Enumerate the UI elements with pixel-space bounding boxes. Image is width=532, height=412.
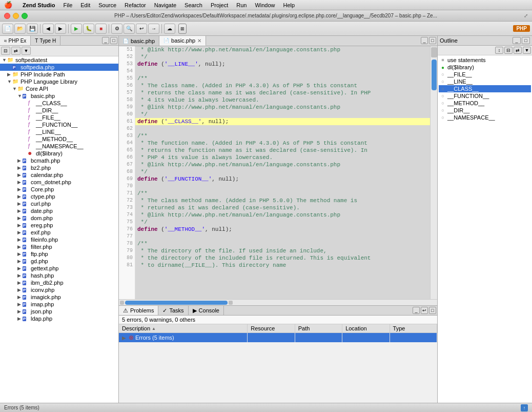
code-line[interactable]: * the directory of the included file is … (135, 254, 430, 262)
outline-dir[interactable]: ○ __DIR__ (439, 107, 531, 114)
minimize-button[interactable] (13, 13, 19, 19)
bottom-minimize[interactable]: _ (413, 307, 420, 314)
code-line[interactable]: * @link http://www.php.net/manual/en/lan… (135, 104, 430, 111)
tree-item-dom[interactable]: ▶ P dom.php (0, 214, 118, 222)
toolbar-back[interactable]: ◀ (43, 24, 54, 34)
menu-project[interactable]: Project (211, 2, 228, 8)
outline-minimize[interactable]: _ (513, 37, 521, 44)
code-line[interactable]: * @link http://www.php.net/manual/en/lan… (135, 211, 430, 219)
close-button[interactable] (4, 13, 10, 19)
tree-item-line[interactable]: ƒ __LINE__ (0, 128, 118, 135)
code-editor[interactable]: 5152535455565758596061626364656667686970… (119, 46, 437, 299)
tasks-tab[interactable]: ✓ Tasks (158, 306, 188, 315)
tree-item-calendar[interactable]: ▶ P calendar.php (0, 171, 118, 179)
code-line[interactable]: /** (135, 75, 430, 82)
code-line[interactable]: /** (135, 132, 430, 140)
col-description[interactable]: Description ▲ (119, 324, 248, 332)
code-line[interactable]: * The class name. (Added in PHP 4.3.0) A… (135, 82, 430, 89)
code-line[interactable]: define ('__METHOD__', null); (135, 226, 430, 233)
tree-item-imagick[interactable]: ▶ P imagick.php (0, 293, 118, 301)
toolbar-forward[interactable]: ▶ (55, 24, 66, 34)
code-line[interactable] (135, 233, 430, 240)
php-explorer-tab[interactable]: ≈ PHP Ex (0, 36, 31, 45)
toolbar-misc3[interactable]: ↩ (136, 24, 147, 34)
menu-navigate[interactable]: Navigate (154, 2, 176, 8)
tree-menu[interactable]: ▼ (22, 47, 31, 55)
code-line[interactable]: * @link http://www.php.net/manual/en/lan… (135, 161, 430, 168)
code-line[interactable] (135, 125, 430, 132)
tree-item-basic-php[interactable]: ▼ P basic.php (0, 92, 118, 100)
problems-tab[interactable]: ⚠ Problems (119, 306, 158, 315)
console-tab[interactable]: ▶ Console (189, 306, 224, 315)
tree-item-php-include[interactable]: ▶ 📁 PHP Include Path (0, 71, 118, 78)
col-type[interactable]: Type (390, 324, 437, 332)
tab-close-icon[interactable]: ✕ (197, 38, 201, 44)
tree-item-dir[interactable]: ƒ __DIR__ (0, 107, 118, 114)
code-line[interactable]: * 4 its value is always lowercased. (135, 96, 430, 104)
tree-item-softpediatest[interactable]: ▼ 📁 softpediatest (0, 56, 118, 64)
outline-class[interactable]: ○ __CLASS__ (439, 85, 531, 92)
maximize-button[interactable] (22, 13, 28, 19)
outline-sort[interactable]: ↕ (495, 47, 503, 54)
php-perspective-badge[interactable]: PHP (513, 25, 530, 32)
editor-maximize[interactable]: □ (429, 37, 436, 44)
outline-dl[interactable]: ● dl($library) (439, 64, 531, 71)
expand-icon[interactable]: ⤢ (524, 13, 528, 18)
col-path[interactable]: Path (295, 324, 342, 332)
toolbar-new[interactable]: 📄 (2, 24, 13, 34)
toolbar-stop[interactable]: ■ (95, 24, 107, 34)
code-line[interactable]: define ('__FUNCTION__', null); (135, 175, 430, 183)
bottom-maximize[interactable]: □ (429, 307, 436, 314)
toolbar-misc1[interactable]: ⚙ (111, 24, 122, 34)
tree-item-php-lang-lib[interactable]: ▼ 📁 PHP Language Library (0, 78, 118, 85)
tree-item-function[interactable]: ƒ __FUNCTION__ (0, 121, 118, 128)
tree-item-gettext[interactable]: ▶ P gettext.php (0, 265, 118, 272)
code-line[interactable]: /** (135, 190, 430, 197)
menu-run[interactable]: Run (236, 2, 247, 8)
menu-source[interactable]: Source (98, 2, 116, 8)
toolbar-save[interactable]: 💾 (27, 24, 38, 34)
toolbar-perspective[interactable]: ⊞ (178, 24, 187, 34)
code-line[interactable]: * The class method name. (Added in PHP 5… (135, 197, 430, 204)
toolbar-misc2[interactable]: 🔍 (124, 24, 135, 34)
menu-search[interactable]: Search (185, 2, 202, 8)
outline-line[interactable]: ○ __LINE__ (439, 78, 531, 85)
menu-edit[interactable]: Edit (80, 2, 90, 8)
horizontal-scrollbar[interactable] (119, 299, 437, 305)
code-line[interactable] (135, 68, 430, 75)
outline-maximize[interactable]: □ (522, 37, 530, 44)
bottom-restore[interactable]: ↩ (421, 307, 428, 314)
code-line[interactable] (135, 183, 430, 190)
tree-item-ibm-db2[interactable]: ▶ P ibm_db2.php (0, 279, 118, 286)
tree-item-filter[interactable]: ▶ P filter.php (0, 243, 118, 250)
editor-tab-basic-2[interactable]: 📄 basic.php ✕ (159, 36, 206, 46)
code-line[interactable]: * The directory of the file. If used ins… (135, 247, 430, 254)
toolbar-misc5[interactable]: ☁ (164, 24, 175, 34)
outline-use-statements[interactable]: ≡ use statements (439, 56, 531, 64)
outline-method[interactable]: ○ __METHOD__ (439, 100, 531, 107)
toolbar-run[interactable]: ▶ (71, 24, 82, 34)
code-line[interactable]: */ (135, 168, 430, 175)
left-panel-maximize[interactable]: □ (110, 37, 117, 44)
tree-item-namespace[interactable]: ƒ __NAMESPACE__ (0, 143, 118, 150)
tree-item-com-dotnet[interactable]: ▶ P com_dotnet.php (0, 179, 118, 186)
editor-tab-basic-1[interactable]: 📄 basic.php (119, 36, 159, 46)
tree-item-bcmath[interactable]: ▶ P bcmath.php (0, 157, 118, 164)
tree-item-class[interactable]: ƒ __CLASS__ (0, 100, 118, 107)
code-line[interactable]: define ('__LINE__', null); (135, 61, 430, 68)
toolbar-open[interactable]: 📂 (14, 24, 26, 34)
status-upload-icon[interactable]: ↑ (521, 404, 528, 411)
code-content-area[interactable]: * @link http://www.php.net/manual/en/lan… (135, 46, 430, 299)
col-location[interactable]: Location (342, 324, 390, 332)
code-line[interactable]: * returns the function name as it was de… (135, 147, 430, 154)
code-line[interactable]: * to dirname(__FILE__). This directory n… (135, 262, 430, 269)
tree-item-imap[interactable]: ▶ P imap.php (0, 301, 118, 308)
outline-menu[interactable]: ▼ (523, 47, 531, 54)
tree-item-iconv[interactable]: ▶ P iconv.php (0, 286, 118, 293)
outline-link[interactable]: ⇄ (514, 47, 522, 54)
toolbar-debug[interactable]: 🐛 (83, 24, 94, 34)
tree-item-fileinfo[interactable]: ▶ P fileinfo.php (0, 236, 118, 243)
tree-item-file[interactable]: ƒ __FILE__ (0, 114, 118, 121)
tree-link-editor[interactable]: ⇄ (11, 47, 21, 55)
tree-item-ldap[interactable]: ▶ P ldap.php (0, 315, 118, 322)
